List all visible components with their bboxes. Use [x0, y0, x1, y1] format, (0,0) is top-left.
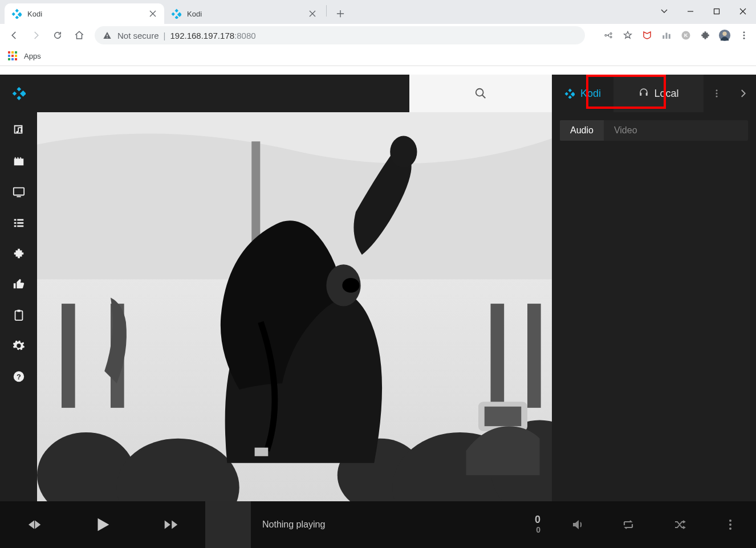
- svg-rect-28: [13, 188, 23, 195]
- progress-indicator[interactable]: [205, 501, 251, 548]
- bookmark-bar: Apps: [0, 47, 756, 66]
- kodi-logo-icon[interactable]: [0, 75, 37, 112]
- extension-analytics-icon[interactable]: [659, 28, 674, 43]
- kodi-favicon-icon: [11, 9, 22, 19]
- svg-rect-54: [255, 448, 269, 456]
- bookmark-star-button[interactable]: [620, 28, 635, 43]
- address-port: :8080: [234, 31, 256, 40]
- profile-avatar[interactable]: [717, 28, 732, 43]
- volume-button[interactable]: [564, 511, 591, 538]
- svg-point-67: [729, 524, 731, 526]
- kodi-webapp: ?: [0, 75, 756, 548]
- media-tab-audio[interactable]: Audio: [560, 120, 604, 141]
- separator: |: [164, 31, 166, 40]
- svg-rect-29: [14, 219, 16, 221]
- forward-button[interactable]: [26, 26, 46, 45]
- svg-point-17: [722, 32, 726, 36]
- app-topbar: [0, 75, 552, 112]
- address-bar[interactable]: Not secure | 192.168.197.178:8080: [95, 26, 585, 44]
- sidebar-settings-icon[interactable]: [9, 338, 29, 354]
- svg-point-56: [342, 278, 359, 293]
- repeat-button[interactable]: [615, 511, 642, 538]
- apps-grid-icon[interactable]: [8, 51, 18, 62]
- reload-button[interactable]: [48, 26, 67, 45]
- svg-rect-30: [17, 219, 23, 221]
- tabsearch-button[interactable]: [651, 1, 677, 22]
- sidebar-addons-icon[interactable]: [9, 246, 29, 261]
- apps-label[interactable]: Apps: [24, 52, 41, 60]
- svg-rect-34: [17, 226, 23, 227]
- svg-point-20: [743, 38, 745, 39]
- right-tab-kodi[interactable]: Kodi: [552, 75, 613, 112]
- svg-point-19: [743, 35, 745, 36]
- search-button[interactable]: [409, 75, 552, 112]
- browser-tab[interactable]: Kodi: [5, 3, 164, 24]
- sidebar-playlists-icon[interactable]: [9, 215, 29, 231]
- svg-rect-61: [640, 92, 641, 95]
- sidebar-music-icon[interactable]: [9, 122, 29, 138]
- tab-strip: Kodi Kodi: [0, 0, 756, 24]
- right-tab-local[interactable]: Local: [613, 75, 704, 112]
- right-player-controls: [552, 501, 756, 548]
- media-tabs: Audio Video: [560, 120, 748, 141]
- svg-rect-22: [12, 91, 17, 96]
- player-bar: Nothing playing 0 0: [0, 501, 552, 548]
- browser-chrome: Kodi Kodi Not se: [0, 0, 756, 75]
- extensions-button[interactable]: [698, 28, 713, 43]
- kodi-favicon-icon: [171, 9, 181, 19]
- security-label: Not secure: [117, 31, 159, 40]
- back-button[interactable]: [5, 26, 24, 45]
- svg-rect-23: [17, 96, 21, 100]
- browser-toolbar: Not secure | 192.168.197.178:8080 K: [0, 24, 756, 47]
- svg-rect-36: [17, 310, 21, 312]
- minimize-button[interactable]: [677, 1, 704, 22]
- now-playing-label: Nothing playing: [262, 520, 325, 530]
- tab-close-icon[interactable]: [148, 9, 157, 18]
- hero-image: [37, 112, 552, 501]
- svg-rect-1: [12, 13, 15, 16]
- count-primary: 0: [535, 514, 540, 526]
- tab-title: Kodi: [187, 10, 308, 18]
- right-panel-expand-button[interactable]: [730, 75, 756, 112]
- svg-rect-6: [175, 16, 178, 19]
- media-tab-audio-label: Audio: [570, 125, 594, 135]
- play-button[interactable]: [68, 501, 137, 548]
- extension-k-icon[interactable]: K: [678, 28, 693, 43]
- sidebar-tv-icon[interactable]: [9, 184, 29, 200]
- svg-rect-31: [14, 222, 16, 224]
- now-playing: Nothing playing 0 0: [251, 514, 552, 534]
- new-tab-button[interactable]: [331, 5, 349, 23]
- browser-tab[interactable]: Kodi: [164, 3, 324, 24]
- media-tab-video-label: Video: [614, 125, 637, 135]
- svg-text:?: ?: [17, 373, 21, 381]
- right-panel-tabs: Kodi Local: [552, 75, 756, 112]
- right-player-more-button[interactable]: [717, 511, 744, 538]
- sidebar-help-icon[interactable]: ?: [9, 369, 29, 385]
- sidebar-thumbsup-icon[interactable]: [9, 276, 29, 292]
- svg-rect-10: [107, 37, 107, 38]
- headphones-icon: [639, 87, 649, 100]
- next-button[interactable]: [137, 501, 205, 548]
- right-panel-more-button[interactable]: [704, 75, 730, 112]
- sidebar-movies-icon[interactable]: [9, 153, 29, 169]
- extension-mcafee-icon[interactable]: [640, 28, 655, 43]
- maximize-button[interactable]: [704, 1, 730, 22]
- home-button[interactable]: [70, 26, 89, 45]
- svg-point-25: [476, 89, 483, 96]
- tab-separator: [326, 5, 327, 17]
- right-tab-kodi-label: Kodi: [580, 88, 601, 100]
- media-tab-video[interactable]: Video: [604, 120, 648, 141]
- previous-button[interactable]: [0, 501, 68, 548]
- svg-rect-8: [714, 9, 720, 14]
- shuffle-button[interactable]: [666, 511, 693, 538]
- svg-rect-62: [645, 92, 647, 95]
- sidebar-clipboard-icon[interactable]: [9, 307, 29, 323]
- tab-close-icon[interactable]: [308, 9, 317, 18]
- share-button[interactable]: [601, 28, 616, 43]
- close-window-button[interactable]: [730, 1, 756, 22]
- svg-text:K: K: [684, 32, 688, 38]
- svg-rect-35: [15, 311, 22, 321]
- svg-point-68: [729, 527, 731, 530]
- browser-menu-button[interactable]: [737, 28, 751, 43]
- address-host: 192.168.197.178: [170, 31, 234, 40]
